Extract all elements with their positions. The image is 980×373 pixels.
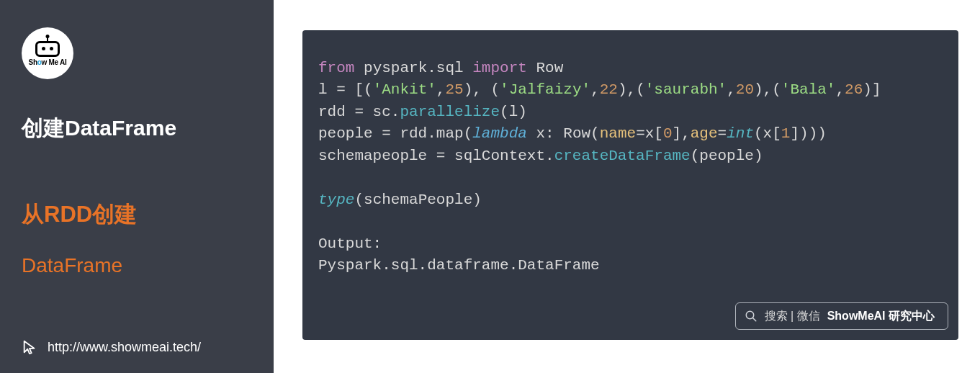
search-badge[interactable]: 搜索 | 微信 ShowMeAI 研究中心 <box>735 302 948 330</box>
slide-subtitle-2: DataFrame <box>22 254 252 277</box>
code-line <box>318 211 943 233</box>
footer-link[interactable]: http://www.showmeai.tech/ <box>22 338 201 356</box>
code-line: people = rdd.map(lambda x: Row(name=x[0]… <box>318 123 943 145</box>
code-block: from pyspark.sql import Row l = [('Ankit… <box>302 30 958 340</box>
slide-root: Show Me AI 创建DataFrame 从RDD创建 DataFrame … <box>0 0 980 373</box>
footer-url-text: http://www.showmeai.tech/ <box>48 340 201 355</box>
code-line: Pyspark.sql.dataframe.DataFrame <box>318 255 943 277</box>
search-strong: ShowMeAI 研究中心 <box>827 307 935 324</box>
code-line: from pyspark.sql import Row <box>318 58 943 79</box>
code-line: rdd = sc.parallelize(l) <box>318 102 943 123</box>
slide-subtitle-1: 从RDD创建 <box>22 199 252 230</box>
code-line: l = [('Ankit',25), ('Jalfaizy',22),('sau… <box>318 79 943 101</box>
main-panel: from pyspark.sql import Row l = [('Ankit… <box>274 0 980 373</box>
code-line: Output: <box>318 233 943 255</box>
sidebar: Show Me AI 创建DataFrame 从RDD创建 DataFrame … <box>0 0 274 373</box>
slide-headline: 创建DataFrame <box>22 114 252 143</box>
code-line: schemapeople = sqlContext.createDataFram… <box>318 145 943 167</box>
svg-line-1 <box>752 318 756 321</box>
code-line <box>318 167 943 189</box>
search-icon <box>745 310 758 323</box>
search-prefix: 搜索 | 微信 <box>765 307 820 324</box>
logo-text: Show Me AI <box>29 58 67 66</box>
logo-badge: Show Me AI <box>22 27 73 79</box>
robot-icon <box>35 41 60 57</box>
code-line: type(schemaPeople) <box>318 189 943 211</box>
cursor-icon <box>22 338 37 356</box>
